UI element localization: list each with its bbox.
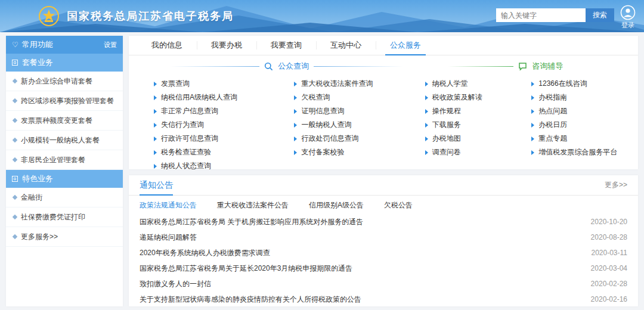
notice-tab-credit-a[interactable]: 信用级别A级公告 <box>309 200 364 210</box>
link-vat-invoice-platform[interactable]: 增值税发票综合服务平台 <box>531 145 638 159</box>
package-section-label: 套餐业务 <box>22 57 53 68</box>
consult-column: 12366在线咨询 办税指南 热点问题 办税日历 重点专题 增值税发票综合服务平… <box>531 77 638 169</box>
notice-list: 国家税务总局江苏省税务局 关于机房搬迁影响应用系统对外服务的通告 2020-10… <box>129 214 638 306</box>
link-taxpayer-status-query[interactable]: 纳税人状态查询 <box>154 159 294 169</box>
divider-line <box>314 66 403 67</box>
notice-tab-violation[interactable]: 重大税收违法案件公告 <box>217 200 289 210</box>
arrow-icon <box>154 164 157 169</box>
link-hot-issues[interactable]: 热点问题 <box>531 104 638 118</box>
link-key-topics[interactable]: 重点专题 <box>531 132 638 145</box>
bullet-icon <box>13 157 17 162</box>
consult-title: 咨询辅导 <box>532 61 563 72</box>
public-services-panel: 我的信息 我要办税 我要查询 互动中心 公众服务 公众查询 <box>129 36 638 169</box>
sidebar-item-small-to-general[interactable]: 小规模转一般纳税人套餐 <box>6 131 123 150</box>
notice-subtabs: 政策法规通知公告 重大税收违法案件公告 信用级别A级公告 欠税公告 <box>129 196 638 214</box>
settings-button[interactable]: 设置 <box>104 41 117 49</box>
sidebar-item-more-services[interactable]: 更多服务>> <box>6 227 123 247</box>
link-major-violation-query[interactable]: 重大税收违法案件查询 <box>294 77 425 91</box>
link-general-taxpayer-query[interactable]: 一般纳税人查询 <box>294 118 425 132</box>
arrow-icon <box>154 109 157 114</box>
sidebar-section-packages[interactable]: 套餐业务 <box>6 54 123 72</box>
public-query-title: 公众查询 <box>278 61 309 72</box>
sidebar-item-new-enterprise[interactable]: 新办企业综合申请套餐 <box>6 72 123 91</box>
page-layout: ♡ 常用功能 设置 套餐业务 新办企业综合申请套餐 跨区域涉税事项报验管理套餐 … <box>0 32 644 310</box>
bullet-icon <box>13 195 17 200</box>
tab-interaction[interactable]: 互动中心 <box>316 36 376 55</box>
user-icon[interactable] <box>620 5 636 20</box>
arrow-icon <box>425 137 428 141</box>
link-credit-a-query[interactable]: 纳税信用A级纳税人查询 <box>154 91 294 104</box>
sidebar-item-cross-region[interactable]: 跨区域涉税事项报验管理套餐 <box>6 91 123 111</box>
query-column-1: 发票查询 纳税信用A级纳税人查询 非正常户信息查询 失信行为查询 行政许可信息查… <box>154 77 294 169</box>
arrow-icon <box>154 150 157 155</box>
sidebar-item-finance-street[interactable]: 金融街 <box>6 188 123 207</box>
notice-item[interactable]: 国家税务总局江苏省税务局关于延长2020年3月纳税申报期限的通告 2020-03… <box>129 261 638 276</box>
header: 国家税务总局江苏省电子税务局 搜索 登录 <box>0 0 644 32</box>
link-12366-online[interactable]: 12366在线咨询 <box>531 77 638 91</box>
notice-panel: 通知公告 更多>> 政策法规通知公告 重大税收违法案件公告 信用级别A级公告 欠… <box>129 175 638 306</box>
link-payment-record-check[interactable]: 支付备案校验 <box>294 145 425 159</box>
notice-item[interactable]: 国家税务总局江苏省税务局 关于机房搬迁影响应用系统对外服务的通告 2020-10… <box>129 214 638 230</box>
arrow-icon <box>294 137 297 141</box>
query-column-3: 纳税人学堂 税收政策及解读 操作规程 下载服务 办税地图 调查问卷 <box>425 77 532 169</box>
arrow-icon <box>531 123 534 128</box>
sidebar-section-special[interactable]: 特色业务 <box>6 170 123 188</box>
link-admin-license-query[interactable]: 行政许可信息查询 <box>154 132 294 145</box>
link-taxpayer-school[interactable]: 纳税人学堂 <box>425 77 532 91</box>
tab-public-services[interactable]: 公众服务 <box>376 36 435 55</box>
arrow-icon <box>531 150 534 155</box>
notice-header: 通知公告 更多>> <box>129 175 638 196</box>
special-section-label: 特色业务 <box>22 173 53 184</box>
main-content: 我的信息 我要办税 我要查询 互动中心 公众服务 公众查询 <box>129 36 638 306</box>
link-download-service[interactable]: 下载服务 <box>425 118 532 132</box>
tab-query[interactable]: 我要查询 <box>256 36 316 55</box>
arrow-icon <box>294 95 297 100</box>
search-button[interactable]: 搜索 <box>586 8 614 22</box>
link-tax-inspection-cert[interactable]: 税务检查证查验 <box>154 145 294 159</box>
arrow-icon <box>425 95 428 100</box>
notice-item[interactable]: 关于支持新型冠状病毒感染的肺炎疫情防控有关个人所得税政策的公告 2020-02-… <box>129 292 638 306</box>
link-tax-guide[interactable]: 办税指南 <box>531 91 638 104</box>
login-link[interactable]: 登录 <box>621 21 634 30</box>
arrow-icon <box>294 123 297 128</box>
sidebar-item-invoice-quota[interactable]: 发票票种额度变更套餐 <box>6 111 123 131</box>
sidebar-item-nonresident[interactable]: 非居民企业管理套餐 <box>6 150 123 170</box>
header-right: 搜索 登录 <box>496 2 636 30</box>
link-invoice-query[interactable]: 发票查询 <box>154 77 294 91</box>
search-input[interactable] <box>496 8 586 22</box>
link-operation-rules[interactable]: 操作规程 <box>425 104 532 118</box>
notice-title-tab[interactable]: 通知公告 <box>140 175 173 195</box>
link-tax-map[interactable]: 办税地图 <box>425 132 532 145</box>
tab-tax-handling[interactable]: 我要办税 <box>197 36 256 55</box>
site-title: 国家税务总局江苏省电子税务局 <box>67 9 234 23</box>
link-admin-penalty-query[interactable]: 行政处罚信息查询 <box>294 132 425 145</box>
link-dishonesty-query[interactable]: 失信行为查询 <box>154 118 294 132</box>
tab-my-info[interactable]: 我的信息 <box>137 36 197 55</box>
sidebar-item-social-insurance-print[interactable]: 社保费缴费凭证打印 <box>6 207 123 227</box>
arrow-icon <box>531 137 534 141</box>
sidebar: ♡ 常用功能 设置 套餐业务 新办企业综合申请套餐 跨区域涉税事项报验管理套餐 … <box>6 36 123 306</box>
heart-icon: ♡ <box>12 41 18 49</box>
links-grid: 发票查询 纳税信用A级纳税人查询 非正常户信息查询 失信行为查询 行政许可信息查… <box>129 75 638 169</box>
notice-more-link[interactable]: 更多>> <box>605 180 627 190</box>
link-survey[interactable]: 调查问卷 <box>425 145 532 159</box>
link-abnormal-account-query[interactable]: 非正常户信息查询 <box>154 104 294 118</box>
arrow-icon <box>425 82 428 86</box>
arrow-icon <box>294 150 297 155</box>
search-box: 搜索 <box>496 8 614 22</box>
notice-item[interactable]: 致扣缴义务人的一封信 2020-02-28 <box>129 276 638 292</box>
header-left: 国家税务总局江苏省电子税务局 <box>38 5 234 27</box>
arrow-icon <box>531 82 534 86</box>
link-tax-calendar[interactable]: 办税日历 <box>531 118 638 132</box>
bullet-icon <box>13 118 17 123</box>
link-tax-arrears-query[interactable]: 欠税查询 <box>294 91 425 104</box>
link-tax-policy[interactable]: 税收政策及解读 <box>425 91 532 104</box>
search-magnifier-icon <box>264 62 273 71</box>
bullet-icon <box>13 234 17 239</box>
link-certificate-info-query[interactable]: 证明信息查询 <box>294 104 425 118</box>
notice-tab-arrears[interactable]: 欠税公告 <box>384 200 413 210</box>
consult-chat-icon <box>518 62 527 71</box>
notice-tab-policy[interactable]: 政策法规通知公告 <box>140 200 197 210</box>
notice-item[interactable]: 递延纳税问题解答 2020-08-28 <box>129 230 638 245</box>
notice-item[interactable]: 2020年税务系统纳税人办税缴费需求调查 2020-03-11 <box>129 245 638 261</box>
